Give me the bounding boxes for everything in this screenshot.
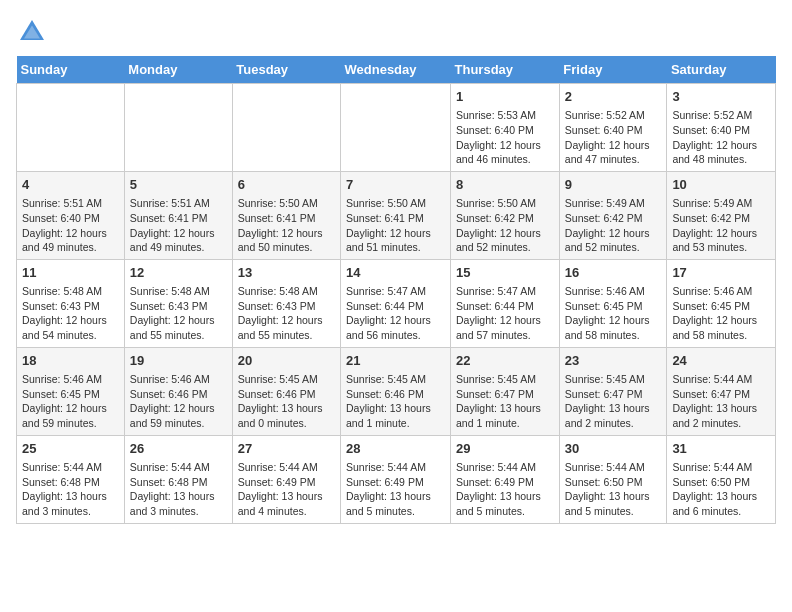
day-number: 3 [672,88,770,106]
day-info: Sunrise: 5:47 AM Sunset: 6:44 PM Dayligh… [456,284,554,343]
day-info: Sunrise: 5:52 AM Sunset: 6:40 PM Dayligh… [672,108,770,167]
calendar-cell: 23Sunrise: 5:45 AM Sunset: 6:47 PM Dayli… [559,347,667,435]
day-number: 7 [346,176,445,194]
logo [16,16,52,48]
calendar-cell: 26Sunrise: 5:44 AM Sunset: 6:48 PM Dayli… [124,435,232,523]
week-row-1: 1Sunrise: 5:53 AM Sunset: 6:40 PM Daylig… [17,84,776,172]
day-number: 12 [130,264,227,282]
day-number: 21 [346,352,445,370]
day-number: 11 [22,264,119,282]
calendar-cell: 2Sunrise: 5:52 AM Sunset: 6:40 PM Daylig… [559,84,667,172]
calendar-cell: 17Sunrise: 5:46 AM Sunset: 6:45 PM Dayli… [667,259,776,347]
calendar-cell: 31Sunrise: 5:44 AM Sunset: 6:50 PM Dayli… [667,435,776,523]
day-header-tuesday: Tuesday [232,56,340,84]
calendar-cell: 29Sunrise: 5:44 AM Sunset: 6:49 PM Dayli… [451,435,560,523]
calendar-table: SundayMondayTuesdayWednesdayThursdayFrid… [16,56,776,524]
day-header-friday: Friday [559,56,667,84]
day-number: 16 [565,264,662,282]
calendar-cell: 22Sunrise: 5:45 AM Sunset: 6:47 PM Dayli… [451,347,560,435]
day-info: Sunrise: 5:44 AM Sunset: 6:50 PM Dayligh… [565,460,662,519]
logo-icon [16,16,48,48]
day-info: Sunrise: 5:48 AM Sunset: 6:43 PM Dayligh… [130,284,227,343]
day-info: Sunrise: 5:44 AM Sunset: 6:50 PM Dayligh… [672,460,770,519]
calendar-cell: 28Sunrise: 5:44 AM Sunset: 6:49 PM Dayli… [341,435,451,523]
day-number: 25 [22,440,119,458]
calendar-cell: 8Sunrise: 5:50 AM Sunset: 6:42 PM Daylig… [451,171,560,259]
day-info: Sunrise: 5:44 AM Sunset: 6:48 PM Dayligh… [22,460,119,519]
day-number: 17 [672,264,770,282]
day-info: Sunrise: 5:49 AM Sunset: 6:42 PM Dayligh… [565,196,662,255]
day-info: Sunrise: 5:44 AM Sunset: 6:49 PM Dayligh… [456,460,554,519]
week-row-3: 11Sunrise: 5:48 AM Sunset: 6:43 PM Dayli… [17,259,776,347]
day-info: Sunrise: 5:51 AM Sunset: 6:40 PM Dayligh… [22,196,119,255]
day-number: 30 [565,440,662,458]
calendar-cell: 3Sunrise: 5:52 AM Sunset: 6:40 PM Daylig… [667,84,776,172]
day-info: Sunrise: 5:45 AM Sunset: 6:47 PM Dayligh… [565,372,662,431]
week-row-2: 4Sunrise: 5:51 AM Sunset: 6:40 PM Daylig… [17,171,776,259]
day-number: 18 [22,352,119,370]
calendar-cell: 19Sunrise: 5:46 AM Sunset: 6:46 PM Dayli… [124,347,232,435]
day-info: Sunrise: 5:45 AM Sunset: 6:46 PM Dayligh… [238,372,335,431]
day-info: Sunrise: 5:46 AM Sunset: 6:46 PM Dayligh… [130,372,227,431]
day-info: Sunrise: 5:50 AM Sunset: 6:41 PM Dayligh… [238,196,335,255]
day-info: Sunrise: 5:46 AM Sunset: 6:45 PM Dayligh… [672,284,770,343]
calendar-cell: 15Sunrise: 5:47 AM Sunset: 6:44 PM Dayli… [451,259,560,347]
day-number: 20 [238,352,335,370]
day-number: 6 [238,176,335,194]
day-number: 14 [346,264,445,282]
calendar-cell [232,84,340,172]
day-number: 26 [130,440,227,458]
day-number: 28 [346,440,445,458]
day-info: Sunrise: 5:50 AM Sunset: 6:42 PM Dayligh… [456,196,554,255]
day-number: 8 [456,176,554,194]
day-info: Sunrise: 5:46 AM Sunset: 6:45 PM Dayligh… [22,372,119,431]
day-info: Sunrise: 5:44 AM Sunset: 6:47 PM Dayligh… [672,372,770,431]
day-number: 27 [238,440,335,458]
day-number: 1 [456,88,554,106]
day-info: Sunrise: 5:53 AM Sunset: 6:40 PM Dayligh… [456,108,554,167]
day-info: Sunrise: 5:50 AM Sunset: 6:41 PM Dayligh… [346,196,445,255]
calendar-cell: 4Sunrise: 5:51 AM Sunset: 6:40 PM Daylig… [17,171,125,259]
calendar-cell: 6Sunrise: 5:50 AM Sunset: 6:41 PM Daylig… [232,171,340,259]
day-info: Sunrise: 5:44 AM Sunset: 6:48 PM Dayligh… [130,460,227,519]
day-header-thursday: Thursday [451,56,560,84]
day-info: Sunrise: 5:45 AM Sunset: 6:47 PM Dayligh… [456,372,554,431]
day-info: Sunrise: 5:44 AM Sunset: 6:49 PM Dayligh… [238,460,335,519]
calendar-cell: 27Sunrise: 5:44 AM Sunset: 6:49 PM Dayli… [232,435,340,523]
day-number: 15 [456,264,554,282]
calendar-cell: 24Sunrise: 5:44 AM Sunset: 6:47 PM Dayli… [667,347,776,435]
day-info: Sunrise: 5:47 AM Sunset: 6:44 PM Dayligh… [346,284,445,343]
calendar-cell: 21Sunrise: 5:45 AM Sunset: 6:46 PM Dayli… [341,347,451,435]
day-header-sunday: Sunday [17,56,125,84]
calendar-cell: 18Sunrise: 5:46 AM Sunset: 6:45 PM Dayli… [17,347,125,435]
day-info: Sunrise: 5:49 AM Sunset: 6:42 PM Dayligh… [672,196,770,255]
calendar-cell: 12Sunrise: 5:48 AM Sunset: 6:43 PM Dayli… [124,259,232,347]
calendar-cell: 1Sunrise: 5:53 AM Sunset: 6:40 PM Daylig… [451,84,560,172]
calendar-cell [341,84,451,172]
day-number: 9 [565,176,662,194]
calendar-cell: 9Sunrise: 5:49 AM Sunset: 6:42 PM Daylig… [559,171,667,259]
day-number: 13 [238,264,335,282]
day-number: 10 [672,176,770,194]
calendar-cell: 16Sunrise: 5:46 AM Sunset: 6:45 PM Dayli… [559,259,667,347]
calendar-cell: 14Sunrise: 5:47 AM Sunset: 6:44 PM Dayli… [341,259,451,347]
day-number: 4 [22,176,119,194]
calendar-cell: 25Sunrise: 5:44 AM Sunset: 6:48 PM Dayli… [17,435,125,523]
day-number: 2 [565,88,662,106]
day-header-saturday: Saturday [667,56,776,84]
calendar-cell: 30Sunrise: 5:44 AM Sunset: 6:50 PM Dayli… [559,435,667,523]
calendar-cell: 11Sunrise: 5:48 AM Sunset: 6:43 PM Dayli… [17,259,125,347]
calendar-cell: 7Sunrise: 5:50 AM Sunset: 6:41 PM Daylig… [341,171,451,259]
day-number: 22 [456,352,554,370]
day-number: 24 [672,352,770,370]
day-info: Sunrise: 5:51 AM Sunset: 6:41 PM Dayligh… [130,196,227,255]
header-row: SundayMondayTuesdayWednesdayThursdayFrid… [17,56,776,84]
day-number: 5 [130,176,227,194]
calendar-cell: 13Sunrise: 5:48 AM Sunset: 6:43 PM Dayli… [232,259,340,347]
week-row-5: 25Sunrise: 5:44 AM Sunset: 6:48 PM Dayli… [17,435,776,523]
calendar-cell [124,84,232,172]
day-number: 19 [130,352,227,370]
day-number: 29 [456,440,554,458]
week-row-4: 18Sunrise: 5:46 AM Sunset: 6:45 PM Dayli… [17,347,776,435]
page-header [16,16,776,48]
